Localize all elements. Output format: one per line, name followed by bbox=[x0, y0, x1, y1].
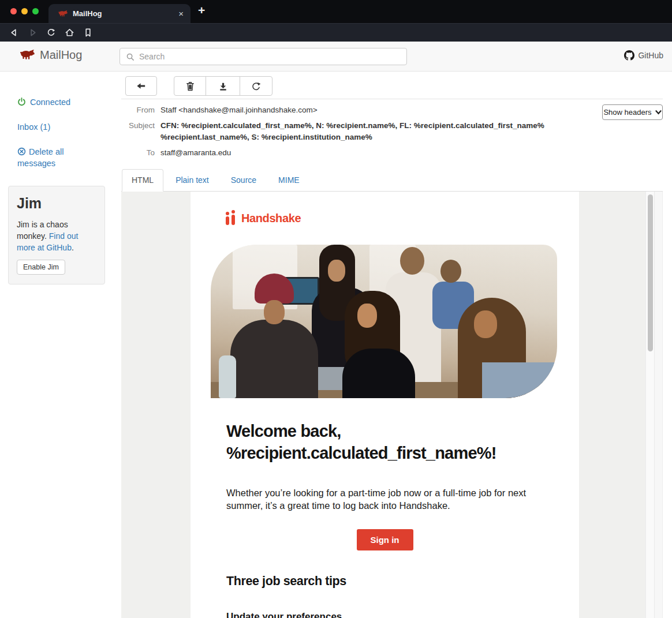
search-box[interactable] bbox=[120, 48, 407, 65]
page-scrollbar-track bbox=[654, 192, 663, 618]
photo-detail-person bbox=[342, 349, 415, 398]
photo-detail-person bbox=[482, 362, 557, 398]
email-hero-photo bbox=[211, 245, 557, 398]
home-button[interactable] bbox=[60, 25, 79, 40]
email-paragraph: Whether you’re looking for a part-time j… bbox=[226, 487, 541, 512]
header-value-from: Staff <handshake@mail.joinhandshake.com> bbox=[160, 104, 576, 116]
jim-panel: Jim Jim is a chaos monkey. Find out more… bbox=[8, 186, 105, 284]
sidebar: Connected Inbox (1) Delete all messages … bbox=[0, 72, 121, 618]
bookmark-button[interactable] bbox=[79, 25, 97, 40]
photo-detail-person bbox=[328, 260, 345, 282]
tab-favicon-pig-icon bbox=[58, 9, 68, 19]
handshake-mark-icon bbox=[225, 211, 238, 225]
app-title: MailHog bbox=[40, 48, 82, 62]
tab-plain-text[interactable]: Plain text bbox=[166, 169, 219, 192]
email-headline-line1: Welcome back, bbox=[226, 420, 496, 442]
jim-link-suffix: . bbox=[72, 243, 74, 252]
header-label-from: From bbox=[121, 104, 155, 116]
jim-title: Jim bbox=[17, 195, 96, 212]
app-header: MailHog GitHub bbox=[0, 42, 672, 72]
photo-detail-bottle bbox=[219, 355, 236, 398]
sign-in-button[interactable]: Sign in bbox=[357, 529, 413, 550]
traffic-lights bbox=[10, 8, 39, 14]
photo-detail-person bbox=[440, 260, 461, 283]
header-label-to: To bbox=[121, 147, 155, 159]
sidebar-item-connected[interactable]: Connected bbox=[17, 98, 70, 107]
tab-close-icon[interactable]: × bbox=[178, 9, 184, 18]
message-pane: Show headers From Staff <handshake@mail.… bbox=[121, 72, 672, 618]
mailhog-brand: MailHog bbox=[19, 48, 82, 62]
inbox-label: Inbox (1) bbox=[17, 122, 50, 132]
email-tip-heading: Update your preferences bbox=[226, 611, 342, 618]
tab-html[interactable]: HTML bbox=[122, 169, 163, 192]
photo-detail-person bbox=[357, 304, 377, 328]
pig-logo-icon bbox=[19, 49, 35, 62]
connected-label: Connected bbox=[30, 98, 70, 107]
search-input[interactable] bbox=[139, 52, 401, 61]
email-section-heading: Three job search tips bbox=[226, 574, 346, 589]
message-headers: From Staff <handshake@mail.joinhandshake… bbox=[121, 104, 600, 159]
email-paragraph-line2: summer, it’s a great time to log back in… bbox=[226, 500, 541, 512]
back-to-inbox-button[interactable] bbox=[125, 76, 157, 96]
forward-button[interactable] bbox=[23, 25, 42, 40]
remove-circle-icon bbox=[17, 147, 26, 156]
preview-scrollbar-track bbox=[645, 192, 654, 618]
browser-tab-mailhog[interactable]: MailHog × bbox=[48, 4, 191, 23]
show-headers-label: Show headers bbox=[603, 108, 651, 117]
tab-title: MailHog bbox=[73, 9, 173, 18]
back-button[interactable] bbox=[5, 25, 23, 40]
github-label: GitHub bbox=[638, 51, 663, 60]
header-value-to: staff@amaranta.edu bbox=[160, 147, 576, 159]
email-html-preview: Handshake bbox=[121, 192, 645, 618]
email-body: Handshake bbox=[191, 192, 579, 618]
close-window-button[interactable] bbox=[10, 8, 17, 14]
zoom-window-button[interactable] bbox=[32, 8, 39, 14]
mailhog-window: MailHog × + ! localhost:8025 bbox=[0, 0, 672, 618]
sidebar-item-delete-all[interactable]: Delete all messages bbox=[17, 146, 85, 169]
browser-tabstrip: MailHog × + bbox=[0, 0, 672, 23]
minimize-window-button[interactable] bbox=[21, 8, 28, 14]
search-icon bbox=[126, 53, 135, 61]
browser-toolbar: ! localhost:8025 bbox=[0, 23, 672, 42]
email-headline: Welcome back, %recipient.calculated_firs… bbox=[226, 420, 496, 464]
email-headline-line2: %recipient.calculated_first_name%! bbox=[226, 442, 496, 464]
preview-scrollbar-thumb[interactable] bbox=[648, 194, 653, 351]
message-view-tabs: HTML Plain text Source MIME bbox=[121, 169, 663, 192]
release-message-button[interactable] bbox=[240, 76, 272, 96]
photo-detail-person bbox=[264, 300, 285, 324]
handshake-logo: Handshake bbox=[225, 211, 301, 225]
reload-button[interactable] bbox=[42, 25, 60, 40]
github-icon bbox=[624, 50, 634, 61]
photo-detail-person bbox=[230, 320, 318, 398]
header-value-subject: CFN: %recipient.calculated_first_name%, … bbox=[160, 120, 576, 143]
sidebar-item-inbox[interactable]: Inbox (1) bbox=[17, 122, 50, 132]
handshake-wordmark: Handshake bbox=[241, 212, 301, 225]
photo-detail-person bbox=[474, 310, 497, 338]
email-paragraph-line1: Whether you’re looking for a part-time j… bbox=[226, 487, 541, 500]
show-headers-button[interactable]: Show headers bbox=[602, 104, 663, 120]
tab-source[interactable]: Source bbox=[221, 169, 266, 192]
tab-mime[interactable]: MIME bbox=[268, 169, 309, 192]
delete-message-button[interactable] bbox=[174, 76, 206, 96]
new-tab-button[interactable]: + bbox=[198, 3, 205, 17]
github-link[interactable]: GitHub bbox=[624, 50, 663, 61]
header-label-subject: Subject bbox=[121, 120, 155, 143]
toolbar-divider bbox=[121, 99, 663, 99]
power-icon bbox=[17, 98, 26, 106]
download-message-button[interactable] bbox=[206, 76, 240, 96]
chevron-down-icon bbox=[655, 110, 662, 115]
enable-jim-button[interactable]: Enable Jim bbox=[17, 260, 65, 275]
photo-detail-person bbox=[400, 247, 424, 275]
